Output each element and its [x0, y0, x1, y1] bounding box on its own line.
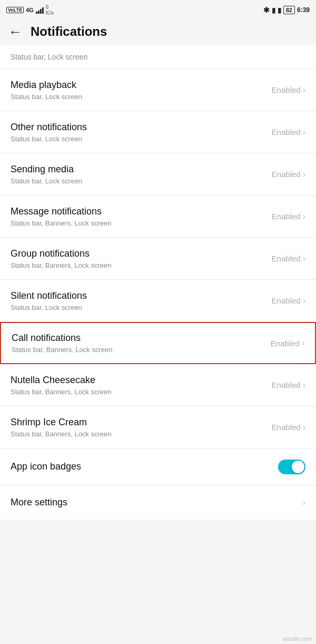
status-right: ✱ ▮ ▮ 82 6:39	[263, 6, 310, 14]
toggle-row[interactable]: App icon badges	[0, 448, 316, 485]
item-chevron-icon-7: ›	[303, 380, 305, 390]
item-status-4: Enabled	[272, 254, 301, 263]
item-status-6: Enabled	[271, 339, 300, 348]
item-subtitle-1: Status bar, Lock screen	[11, 135, 272, 143]
item-status-8: Enabled	[272, 423, 301, 432]
partial-top-item: Status bar, Lock screen	[0, 45, 316, 69]
item-subtitle-2: Status bar, Lock screen	[11, 177, 272, 185]
item-chevron-icon-1: ›	[303, 128, 305, 137]
list-item-left-7: Nutella Cheesecake Status bar, Banners, …	[11, 375, 272, 396]
item-right-5: Enabled ›	[272, 296, 305, 306]
item-status-7: Enabled	[272, 380, 301, 389]
list-item-6[interactable]: Call notifications Status bar, Banners, …	[0, 322, 316, 364]
page-title: Notifications	[31, 24, 107, 39]
item-subtitle-3: Status bar, Banners, Lock screen	[11, 219, 272, 227]
battery-level: 82	[283, 6, 295, 14]
item-chevron-icon-8: ›	[303, 423, 305, 432]
item-title-4: Group notifications	[11, 248, 272, 259]
toggle-label: App icon badges	[11, 461, 81, 472]
item-right-3: Enabled ›	[272, 212, 305, 221]
item-status-1: Enabled	[272, 128, 301, 136]
item-right-1: Enabled ›	[272, 128, 305, 137]
item-chevron-icon-0: ›	[303, 85, 305, 95]
toggle-track	[278, 460, 305, 474]
item-chevron-icon-3: ›	[303, 212, 305, 221]
item-subtitle-4: Status bar, Banners, Lock screen	[11, 261, 272, 269]
item-subtitle-5: Status bar, Lock screen	[11, 304, 272, 311]
vibrate-icon: ▮	[278, 6, 281, 14]
more-settings-label: More settings	[11, 497, 67, 508]
back-button[interactable]: ←	[8, 25, 22, 38]
item-title-7: Nutella Cheesecake	[11, 375, 272, 386]
list-item-1[interactable]: Other notifications Status bar, Lock scr…	[0, 111, 316, 153]
item-right-7: Enabled ›	[272, 380, 305, 390]
speed-indicator: 0K/s	[46, 4, 54, 16]
list-container: Media playback Status bar, Lock screen E…	[0, 69, 316, 448]
item-right-8: Enabled ›	[272, 423, 305, 432]
bluetooth-icon: ✱	[263, 6, 270, 14]
toggle-thumb	[292, 461, 304, 473]
list-item-left-3: Message notifications Status bar, Banner…	[11, 206, 272, 227]
item-chevron-icon-4: ›	[303, 254, 305, 264]
item-right-6: Enabled ›	[271, 338, 304, 348]
item-status-5: Enabled	[272, 296, 301, 305]
list-item-0[interactable]: Media playback Status bar, Lock screen E…	[0, 69, 316, 111]
list-item-4[interactable]: Group notifications Status bar, Banners,…	[0, 238, 316, 280]
list-item-left-4: Group notifications Status bar, Banners,…	[11, 248, 272, 269]
item-subtitle-0: Status bar, Lock screen	[11, 93, 272, 101]
battery-icon: ▮	[272, 6, 275, 14]
list-item-3[interactable]: Message notifications Status bar, Banner…	[0, 196, 316, 238]
more-settings-chevron-icon: ›	[303, 498, 305, 508]
item-right-0: Enabled ›	[272, 85, 305, 95]
content: Status bar, Lock screen Media playback S…	[0, 45, 316, 520]
app-icon-badges-toggle[interactable]	[278, 460, 305, 474]
item-subtitle-7: Status bar, Banners, Lock screen	[11, 388, 272, 396]
item-title-2: Sending media	[11, 164, 272, 175]
item-chevron-icon-5: ›	[303, 296, 305, 306]
list-item-5[interactable]: Silent notifications Status bar, Lock sc…	[0, 280, 316, 322]
list-item-2[interactable]: Sending media Status bar, Lock screen En…	[0, 153, 316, 196]
header: ← Notifications	[0, 19, 316, 44]
more-settings-row[interactable]: More settings ›	[0, 485, 316, 520]
list-item-left-5: Silent notifications Status bar, Lock sc…	[11, 290, 272, 311]
item-right-4: Enabled ›	[272, 254, 305, 264]
watermark: wsxdn.com	[283, 636, 312, 642]
list-item-left-1: Other notifications Status bar, Lock scr…	[11, 122, 272, 143]
list-item-left-6: Call notifications Status bar, Banners, …	[12, 333, 271, 354]
list-item-left-0: Media playback Status bar, Lock screen	[11, 80, 272, 101]
item-status-2: Enabled	[272, 170, 301, 179]
status-left: VoLTE 4G 0K/s	[6, 4, 54, 16]
item-chevron-icon-2: ›	[303, 170, 305, 179]
item-subtitle-6: Status bar, Banners, Lock screen	[12, 346, 271, 354]
item-title-6: Call notifications	[12, 333, 271, 344]
item-title-0: Media playback	[11, 80, 272, 91]
list-item-left-2: Sending media Status bar, Lock screen	[11, 164, 272, 185]
item-title-3: Message notifications	[11, 206, 272, 217]
volte-badge: VoLTE	[6, 7, 24, 14]
network-type: 4G	[26, 7, 34, 13]
item-chevron-icon-6: ›	[302, 338, 304, 348]
item-right-2: Enabled ›	[272, 170, 305, 179]
item-status-0: Enabled	[272, 85, 301, 94]
item-subtitle-8: Status bar, Banners, Lock screen	[11, 430, 272, 438]
item-title-1: Other notifications	[11, 122, 272, 133]
signal-bars	[36, 6, 44, 14]
list-item-8[interactable]: Shrimp Ice Cream Status bar, Banners, Lo…	[0, 406, 316, 448]
item-title-5: Silent notifications	[11, 290, 272, 301]
partial-top-text: Status bar, Lock screen	[11, 53, 87, 61]
status-bar: VoLTE 4G 0K/s ✱ ▮ ▮ 82 6:39	[0, 0, 316, 19]
list-item-left-8: Shrimp Ice Cream Status bar, Banners, Lo…	[11, 417, 272, 438]
time-display: 6:39	[297, 6, 310, 14]
list-item-7[interactable]: Nutella Cheesecake Status bar, Banners, …	[0, 364, 316, 406]
item-title-8: Shrimp Ice Cream	[11, 417, 272, 428]
item-status-3: Enabled	[272, 212, 301, 221]
